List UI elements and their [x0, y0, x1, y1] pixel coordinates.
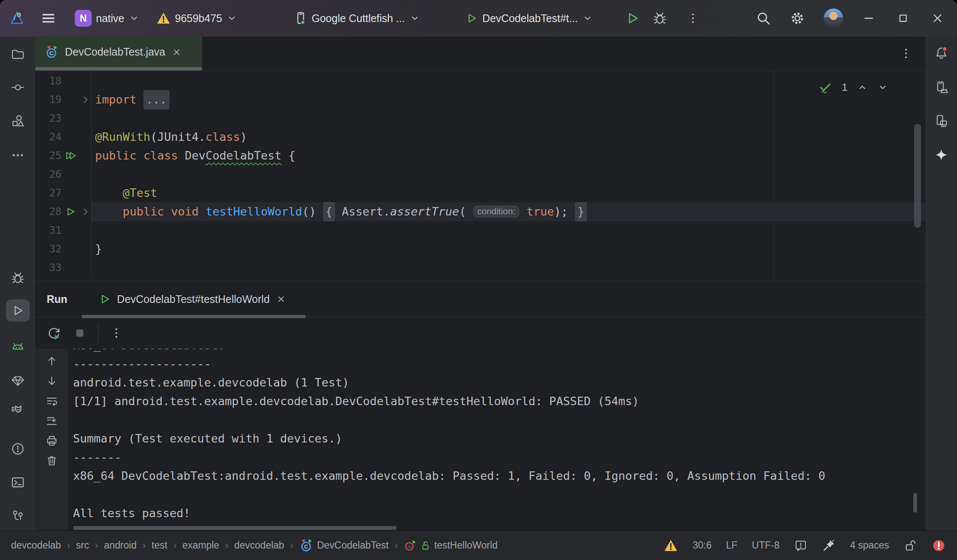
code-line-28: 28 public void testHelloWorld() { Assert… — [35, 202, 926, 221]
devices-icon[interactable] — [929, 110, 953, 132]
status-lf[interactable]: LF — [726, 540, 737, 551]
console-horizontal-scrollbar[interactable] — [73, 526, 397, 530]
run-test-gutter-icon[interactable] — [62, 149, 80, 162]
code-lines: 1819import ...2324@RunWith(JUnit4.class)… — [35, 71, 926, 277]
arrow-down-icon[interactable] — [45, 375, 58, 387]
status-widgets: 30:6LFUTF-84 spaces — [664, 538, 946, 553]
close-icon[interactable] — [276, 294, 287, 305]
stop-button[interactable] — [73, 326, 87, 340]
soft-wrap-icon[interactable] — [45, 395, 58, 407]
code-text: public void testHelloWorld() { Assert.as… — [91, 202, 926, 221]
breadcrumb-item-test[interactable]: test — [152, 540, 167, 551]
console-vertical-scrollbar[interactable] — [913, 493, 917, 512]
more-icon[interactable] — [6, 144, 30, 166]
android-studio-window: N native 9659b475 Google Cuttlefish ... … — [0, 0, 957, 560]
android-icon[interactable] — [6, 336, 30, 358]
tab-options-kebab-icon[interactable] — [899, 47, 913, 60]
play-icon[interactable] — [6, 300, 30, 322]
debug-button[interactable] — [652, 11, 667, 26]
run-tab[interactable]: DevCodelabTest#testHelloWorld — [99, 293, 287, 305]
console-line: [1/1] android.test.example.devcodelab.De… — [73, 392, 926, 411]
code-editor[interactable]: 1 1819import ...2324@RunWith(JUnit4.clas… — [35, 71, 926, 281]
fold-chevron-icon[interactable] — [80, 207, 91, 216]
project-name: native — [96, 12, 124, 25]
unlock-icon[interactable] — [904, 539, 917, 552]
status-utf-8[interactable]: UTF-8 — [752, 540, 780, 551]
commit-icon[interactable] — [6, 76, 30, 98]
cat-icon[interactable] — [6, 399, 30, 421]
line-number: 19 — [35, 94, 62, 106]
fold-chevron-icon[interactable] — [80, 95, 91, 104]
gem-icon[interactable] — [6, 370, 30, 392]
pin-slash-icon[interactable] — [822, 539, 836, 552]
project-widget[interactable]: N native — [75, 10, 140, 27]
code-text: } — [91, 240, 926, 258]
close-icon[interactable] — [171, 47, 182, 58]
inspections-widget[interactable]: 1 — [818, 80, 888, 95]
breadcrumb-label: test — [152, 540, 167, 551]
test-console[interactable]: x86_64 DevCodelabTest:------------------… — [68, 349, 926, 531]
arrow-up-icon[interactable] — [45, 355, 58, 367]
code-line-19: 19import ... — [35, 90, 926, 109]
editor-vertical-scrollbar[interactable] — [914, 124, 921, 228]
scroll-end-icon[interactable] — [45, 414, 58, 427]
terminal-icon[interactable] — [6, 471, 30, 493]
breadcrumb-item-android[interactable]: android — [104, 540, 137, 551]
more-options-kebab-icon[interactable] — [110, 326, 123, 340]
breadcrumb-separator: › — [95, 540, 98, 551]
editor-tab-devcodelabtest[interactable]: C DevCodelabTest.java — [35, 36, 202, 67]
branch-icon[interactable] — [6, 505, 30, 527]
window-close-button[interactable] — [931, 11, 944, 25]
svg-text:C: C — [304, 543, 308, 550]
line-number: 24 — [35, 131, 62, 143]
breadcrumb-item-devcodelab[interactable]: devcodelab — [234, 540, 284, 551]
editor-tab-label: DevCodelabTest.java — [65, 46, 165, 58]
editor-tab-bar: C DevCodelabTest.java — [35, 36, 926, 71]
warning-icon[interactable] — [664, 538, 678, 553]
console-line: ------- — [73, 448, 926, 467]
structure-icon[interactable] — [6, 110, 30, 132]
breadcrumb-item-src[interactable]: src — [76, 540, 89, 551]
hamburger-menu-icon[interactable] — [41, 11, 56, 26]
run-tab-strip-scrollbar[interactable] — [82, 315, 306, 318]
sparkle-icon[interactable] — [929, 144, 953, 166]
rerun-button[interactable] — [46, 325, 62, 341]
breadcrumb-item-testHelloWorld[interactable]: mtestHelloWorld — [404, 539, 498, 552]
search-button[interactable] — [756, 11, 771, 26]
chevron-down-icon[interactable] — [877, 82, 888, 93]
avatar[interactable] — [824, 8, 843, 28]
console-line: android.test.example.devcodelab (1 Test) — [73, 373, 926, 392]
bell-icon[interactable] — [929, 42, 953, 64]
chevron-down-icon — [226, 13, 237, 24]
breadcrumb-item-example[interactable]: example — [182, 540, 219, 551]
window-maximize-button[interactable] — [897, 12, 909, 25]
test-class-icon: C — [45, 45, 59, 59]
todo-icon[interactable] — [794, 539, 808, 552]
console-line: All tests passed! — [73, 504, 926, 523]
alert-circle-icon[interactable] — [6, 438, 30, 460]
main-toolbar: N native 9659b475 Google Cuttlefish ... … — [0, 0, 957, 37]
phone-android-icon[interactable] — [929, 76, 953, 98]
vcs-widget[interactable]: 9659b475 — [156, 11, 237, 25]
trash-icon[interactable] — [45, 454, 58, 467]
error-icon[interactable] — [932, 538, 946, 553]
run-configuration-selector[interactable]: DevCodelabTest#t... — [465, 12, 593, 25]
tab-strip-scrollbar[interactable] — [35, 67, 202, 70]
play-outline-icon — [99, 293, 111, 305]
status-30-6[interactable]: 30:6 — [692, 540, 712, 551]
run-test-gutter-icon[interactable] — [62, 206, 80, 218]
line-number: 26 — [35, 168, 62, 180]
bug-icon[interactable] — [6, 267, 30, 289]
printer-icon[interactable] — [45, 434, 58, 447]
breadcrumb-label: testHelloWorld — [434, 540, 498, 551]
more-actions-icon[interactable] — [686, 11, 700, 25]
breadcrumb-item-devcodelab[interactable]: devcodelab — [11, 540, 61, 551]
folder-icon[interactable] — [6, 43, 30, 65]
window-minimize-button[interactable] — [862, 11, 875, 25]
chevron-up-icon[interactable] — [857, 82, 868, 93]
breadcrumb-item-DevCodelabTest[interactable]: CDevCodelabTest — [299, 538, 389, 553]
status-4-spaces[interactable]: 4 spaces — [850, 540, 889, 551]
run-button[interactable] — [625, 11, 640, 26]
class-icon: C — [299, 538, 314, 553]
device-selector[interactable]: Google Cuttlefish ... — [294, 11, 420, 25]
